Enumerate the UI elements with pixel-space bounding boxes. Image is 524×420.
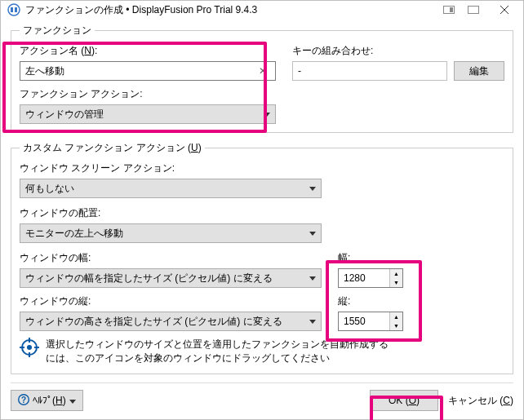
svg-marker-10 bbox=[309, 232, 316, 236]
svg-rect-2 bbox=[15, 7, 17, 12]
height-px-value: 1550 bbox=[344, 316, 366, 327]
help-button[interactable]: ? ﾍﾙﾌﾟ(H) bbox=[11, 390, 83, 411]
app-icon bbox=[7, 3, 20, 16]
titlebar: ファンクションの作成 • DisplayFusion Pro Trial 9.4… bbox=[1, 1, 523, 19]
close-icon bbox=[500, 6, 508, 14]
screen-action-combo[interactable]: 何もしない bbox=[20, 179, 322, 198]
action-name-input[interactable]: 左へ移動 ✕ bbox=[20, 61, 276, 81]
function-legend: ファンクション bbox=[20, 24, 95, 38]
height-mode-value: ウィンドウの高さを指定したサイズ (ピクセル値) に変える bbox=[25, 315, 282, 329]
edit-button[interactable]: 編集 bbox=[454, 61, 504, 81]
footer: ? ﾍﾙﾌﾟ(H) OK (O) キャンセル (C) bbox=[11, 382, 513, 411]
titlebar-extra-icon-2[interactable] bbox=[461, 1, 486, 19]
svg-rect-4 bbox=[450, 7, 453, 12]
svg-point-0 bbox=[8, 4, 20, 15]
svg-marker-9 bbox=[309, 187, 316, 191]
svg-rect-1 bbox=[11, 7, 13, 12]
svg-marker-8 bbox=[264, 113, 270, 117]
chevron-down-icon bbox=[264, 113, 270, 117]
svg-marker-21 bbox=[69, 400, 76, 404]
cancel-button[interactable]: キャンセル (C) bbox=[448, 394, 513, 408]
height-px-label: 縦: bbox=[338, 294, 403, 308]
width-mode-combo[interactable]: ウィンドウの幅を指定したサイズ (ピクセル値) に変える bbox=[20, 268, 322, 288]
spin-down-icon[interactable]: ▼ bbox=[390, 321, 402, 330]
height-px-input[interactable]: 1550 ▲▼ bbox=[338, 312, 403, 331]
spin-down-icon[interactable]: ▼ bbox=[390, 278, 402, 287]
drag-hint: 選択したウィンドウのサイズと位置を適用したファンクションを自動作成するには、この… bbox=[20, 338, 504, 365]
svg-marker-11 bbox=[309, 276, 316, 281]
window: ファンクションの作成 • DisplayFusion Pro Trial 9.4… bbox=[0, 0, 524, 420]
height-mode-label: ウィンドウの縦: bbox=[20, 294, 322, 308]
chevron-down-icon bbox=[309, 320, 316, 324]
action-name-value: 左へ移動 bbox=[25, 64, 64, 78]
spin-up-icon[interactable]: ▲ bbox=[390, 312, 402, 321]
client-area: ファンクション アクション名 (N): 左へ移動 ✕ キーの組み合わせ: - 編… bbox=[1, 19, 523, 419]
svg-text:?: ? bbox=[21, 396, 26, 405]
function-action-combo[interactable]: ウィンドウの管理 bbox=[20, 104, 276, 124]
spinner-buttons[interactable]: ▲▼ bbox=[389, 269, 402, 287]
ok-button[interactable]: OK (O) bbox=[370, 390, 438, 411]
function-action-value: ウィンドウの管理 bbox=[25, 108, 104, 122]
custom-action-fieldset: カスタム ファンクション アクション (U) ウィンドウ スクリーン アクション… bbox=[11, 141, 513, 374]
drag-hint-text: 選択したウィンドウのサイズと位置を適用したファンクションを自動作成するには、この… bbox=[46, 338, 389, 365]
window-title: ファンクションの作成 • DisplayFusion Pro Trial 9.4… bbox=[25, 3, 437, 17]
screen-action-label: ウィンドウ スクリーン アクション: bbox=[20, 161, 504, 175]
titlebar-controls bbox=[437, 1, 523, 19]
function-fieldset: ファンクション アクション名 (N): 左へ移動 ✕ キーの組み合わせ: - 編… bbox=[11, 24, 513, 133]
custom-action-legend: カスタム ファンクション アクション (U) bbox=[20, 141, 205, 155]
help-icon: ? bbox=[18, 394, 29, 408]
placement-combo[interactable]: モニターの左上へ移動 bbox=[20, 223, 322, 243]
close-button[interactable] bbox=[486, 1, 523, 19]
placement-label: ウィンドウの配置: bbox=[20, 206, 504, 220]
function-action-label: ファンクション アクション: bbox=[20, 87, 276, 101]
key-combo-label: キーの組み合わせ: bbox=[292, 44, 504, 58]
width-mode-value: ウィンドウの幅を指定したサイズ (ピクセル値) に変える bbox=[25, 272, 273, 285]
screen-action-value: 何もしない bbox=[25, 182, 74, 196]
help-label: ﾍﾙﾌﾟ(H) bbox=[33, 395, 66, 406]
width-px-value: 1280 bbox=[344, 272, 366, 284]
action-name-label: アクション名 (N): bbox=[20, 44, 276, 58]
clear-icon[interactable]: ✕ bbox=[255, 65, 270, 77]
height-mode-combo[interactable]: ウィンドウの高さを指定したサイズ (ピクセル値) に変える bbox=[20, 312, 322, 331]
svg-rect-5 bbox=[468, 7, 479, 14]
svg-marker-12 bbox=[309, 320, 316, 324]
placement-value: モニターの左上へ移動 bbox=[25, 227, 123, 241]
svg-point-14 bbox=[27, 345, 32, 350]
key-combo-field: - bbox=[292, 61, 447, 81]
target-icon[interactable] bbox=[20, 338, 39, 357]
spin-up-icon[interactable]: ▲ bbox=[390, 269, 402, 278]
width-px-label: 幅: bbox=[338, 251, 403, 265]
titlebar-extra-icon-1[interactable] bbox=[437, 1, 461, 19]
width-mode-label: ウィンドウの幅: bbox=[20, 251, 322, 265]
chevron-down-icon bbox=[309, 232, 316, 236]
width-px-input[interactable]: 1280 ▲▼ bbox=[338, 268, 403, 288]
chevron-down-icon bbox=[309, 276, 316, 281]
spinner-buttons[interactable]: ▲▼ bbox=[389, 312, 402, 330]
chevron-down-icon bbox=[309, 187, 316, 191]
chevron-down-icon bbox=[69, 395, 76, 406]
